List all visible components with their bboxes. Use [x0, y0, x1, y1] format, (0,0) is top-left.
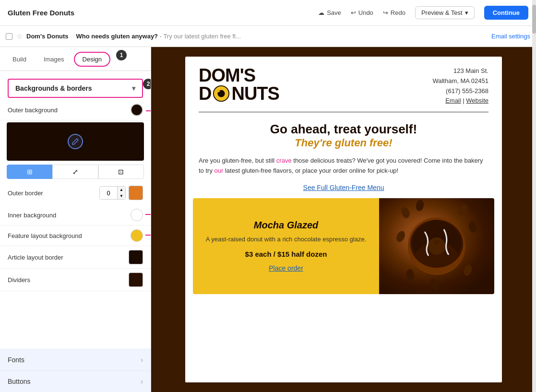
logo-text-doms: DOM'S	[199, 66, 279, 84]
donut-image-placeholder	[379, 198, 494, 294]
email-checkbox[interactable]	[6, 33, 12, 40]
feature-text-block: Mocha Glazed A yeast-raised donut with a…	[193, 198, 379, 294]
inner-background-row: Inner background	[0, 205, 151, 226]
feature-title: Mocha Glazed	[254, 220, 318, 231]
chevron-right-icon: ›	[141, 378, 143, 385]
place-order-link[interactable]: Place order	[269, 264, 303, 272]
svg-point-13	[396, 230, 406, 244]
outer-background-label: Outer background	[8, 107, 58, 114]
outer-border-decrement[interactable]: ▼	[118, 193, 125, 199]
tab-build[interactable]: Build	[5, 53, 34, 66]
outer-border-color-swatch[interactable]	[129, 186, 143, 200]
outer-border-row: Outer border 0 ▲ ▼	[0, 183, 151, 205]
undo-icon: ↩	[351, 9, 356, 16]
donut-illustration	[396, 198, 477, 294]
logo-o-donut	[212, 84, 230, 103]
star-icon[interactable]: ☆	[16, 32, 23, 41]
dividers-label: Dividers	[8, 276, 30, 284]
feature-box: Mocha Glazed A yeast-raised donut with a…	[193, 198, 494, 294]
cloud-icon: ☁	[318, 9, 324, 16]
email-address-block: 123 Main St. Waltham, MA 02451 (617) 555…	[432, 66, 488, 106]
tab-images[interactable]: Images	[36, 53, 72, 66]
outer-border-input-wrap: 0 ▲ ▼	[99, 186, 126, 200]
email-preview: DOM'S D NUTS 123 Main St. Waltha	[185, 57, 502, 382]
email-headline: Go ahead, treat yourself! They're gluten…	[185, 112, 502, 154]
scrollbar-track[interactable]	[532, 47, 536, 392]
outer-border-input[interactable]: 0	[100, 187, 117, 199]
redo-button[interactable]: ↪ Redo	[383, 9, 405, 16]
content-area: DOM'S D NUTS 123 Main St. Waltha	[151, 47, 536, 392]
svg-point-14	[405, 269, 415, 281]
pencil-icon	[71, 138, 79, 145]
email-menu-link-section: See Full Gluten-Free Menu	[185, 181, 502, 198]
email-subject: Who needs gluten anyway? - Try our lates…	[76, 33, 241, 40]
feature-layout-bg-row: Feature layout background	[0, 226, 151, 246]
bg-options-row: ⊞ ⤢ ⊡	[7, 165, 144, 179]
website-link[interactable]: Website	[466, 97, 488, 104]
edit-background-button[interactable]	[68, 134, 83, 149]
outer-background-swatch[interactable]	[131, 104, 143, 116]
article-layout-border-row: Article layout border	[0, 246, 151, 269]
article-layout-border-label: Article layout border	[8, 254, 63, 261]
feature-layout-bg-swatch[interactable]	[131, 229, 143, 242]
email-logo: DOM'S D NUTS	[199, 66, 279, 103]
tab-design[interactable]: Design	[74, 52, 110, 67]
svg-point-12	[467, 220, 477, 233]
inner-background-label: Inner background	[8, 212, 56, 219]
bg-option-resize[interactable]: ⤢	[52, 165, 98, 179]
email-subheader: ☆ Dom's Donuts Who needs gluten anyway? …	[0, 26, 536, 47]
menu-link[interactable]: See Full Gluten-Free Menu	[303, 184, 384, 191]
headline-2: They're gluten free!	[199, 137, 488, 149]
svg-point-20	[428, 238, 445, 255]
feature-description: A yeast-raised donut with a rich chocola…	[206, 235, 367, 244]
feature-bg-arrow	[145, 231, 151, 239]
svg-point-9	[400, 206, 411, 219]
inner-bg-arrow	[145, 210, 151, 219]
outer-bg-arrow	[146, 106, 151, 116]
sidebar-item-buttons[interactable]: Buttons ›	[0, 370, 151, 392]
redo-icon: ↪	[383, 9, 388, 16]
outer-border-controls: 0 ▲ ▼	[99, 186, 143, 200]
logo-text-donuts: D NUTS	[199, 84, 279, 103]
dividers-swatch[interactable]	[129, 273, 143, 287]
continue-button[interactable]: Continue	[484, 6, 528, 20]
badge-1: 1	[116, 50, 127, 60]
email-link[interactable]: Email	[445, 97, 461, 104]
chevron-down-icon: ▾	[465, 9, 468, 16]
outer-background-row: Outer background	[0, 98, 151, 120]
bg-option-image[interactable]: ⊡	[98, 165, 144, 179]
svg-point-11	[457, 203, 469, 217]
article-layout-border-swatch[interactable]	[129, 250, 143, 264]
badge-2: 2	[143, 79, 151, 89]
outer-background-preview	[7, 122, 144, 161]
app-title: Gluten Free Donuts	[8, 9, 74, 17]
email-body-text: Are you gluten-free, but still crave tho…	[185, 154, 502, 181]
save-button[interactable]: ☁ Save	[318, 9, 341, 16]
chevron-right-icon: ›	[141, 356, 143, 364]
preview-test-button[interactable]: Preview & Test ▾	[415, 6, 475, 19]
tab-bar: Build Images Design 1	[0, 47, 151, 71]
feature-image	[379, 198, 494, 294]
dividers-row: Dividers	[0, 269, 151, 291]
undo-button[interactable]: ↩ Undo	[351, 9, 373, 16]
main-layout: Build Images Design 1 Backgrounds & bord…	[0, 47, 536, 392]
topbar-actions: ☁ Save ↩ Undo ↪ Redo Preview & Test ▾ Co…	[318, 6, 528, 20]
chevron-down-icon: ▾	[132, 84, 135, 92]
email-settings-link[interactable]: Email settings	[491, 33, 530, 40]
inner-background-swatch[interactable]	[131, 209, 143, 221]
sidebar: Build Images Design 1 Backgrounds & bord…	[0, 47, 151, 392]
headline-1: Go ahead, treat yourself!	[199, 122, 488, 137]
svg-point-16	[429, 278, 441, 292]
feature-layout-bg-label: Feature layout background	[8, 232, 82, 239]
bg-option-grid[interactable]: ⊞	[7, 165, 52, 179]
sidebar-item-fonts[interactable]: Fonts ›	[0, 349, 151, 370]
outer-border-increment[interactable]: ▲	[118, 187, 125, 193]
feature-price: $3 each / $15 half dozen	[245, 249, 327, 260]
email-sender: Dom's Donuts	[26, 33, 69, 40]
email-header: DOM'S D NUTS 123 Main St. Waltha	[185, 57, 502, 112]
svg-point-8	[217, 89, 220, 92]
topbar: Gluten Free Donuts ☁ Save ↩ Undo ↪ Redo …	[0, 0, 536, 26]
section-header-backgrounds[interactable]: Backgrounds & borders ▾	[8, 79, 143, 98]
outer-border-label: Outer border	[8, 190, 43, 197]
svg-point-10	[415, 199, 425, 212]
